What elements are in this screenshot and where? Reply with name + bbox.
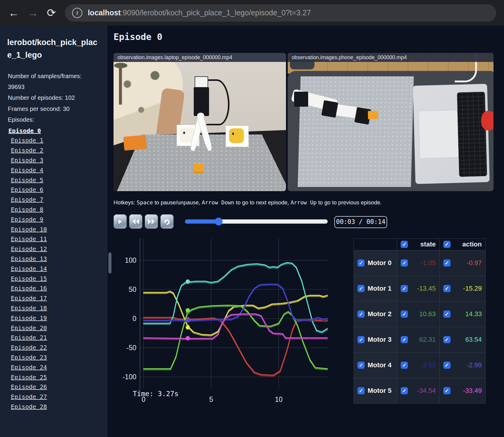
fast-forward-button[interactable] [145,214,158,229]
sidebar-episode-link[interactable]: Episode 5 [11,175,107,185]
sidebar-episode-link[interactable]: Episode 7 [11,195,107,205]
motor-action-checkbox[interactable] [443,310,451,318]
sidebar-episode-link[interactable]: Episode 22 [11,343,107,353]
robot-motor-top [195,76,208,88]
motor-state-value: -13.45 [408,285,436,292]
sidebar-episode-link[interactable]: Episode 23 [11,353,107,362]
seek-slider-fill [185,219,219,224]
motor-action-checkbox[interactable] [443,387,451,394]
motor-state-cell: 10.63 [397,301,439,327]
motor-action-value: 14.33 [451,310,482,318]
url-host: localhost [88,8,121,17]
robot-joint-1 [294,92,308,107]
state-column-checkbox[interactable] [401,241,408,248]
video-title-laptop: observation.images.laptop_episode_000000… [114,53,286,62]
stat-episodes: Number of episodes: 102 [8,92,100,103]
sidebar-episode-link[interactable]: Episode 26 [11,382,107,392]
back-button[interactable]: ← [8,8,19,18]
sidebar-episode-link[interactable]: Episode 4 [11,165,107,175]
sidebar-episode-link[interactable]: Episode 11 [11,234,107,244]
motor-action-cell: -15.29 [439,276,485,301]
play-button[interactable] [114,214,127,229]
sidebar-episode-link[interactable]: Episode 2 [11,145,107,155]
rewind-button[interactable] [129,214,142,229]
motor-label: Motor 3 [368,336,391,344]
sidebar-episode-link[interactable]: Episode 1 [11,136,107,145]
motor-state-cell: -1.05 [397,250,439,276]
motor-table-row: Motor 5-34.54-33.49 [354,378,485,403]
motor-state-checkbox[interactable] [401,259,408,267]
sidebar-episode-link[interactable]: Episode 17 [11,293,107,303]
sidebar-episode-link[interactable]: Episode 16 [11,283,107,293]
state-column-label: state [408,240,436,248]
address-bar[interactable]: i localhost:9090/lerobot/koch_pick_place… [65,4,496,22]
seek-slider[interactable] [185,219,328,224]
motor-action-value: -2.99 [451,361,482,369]
sidebar-episode-link[interactable]: Episode 13 [11,254,107,264]
motor-action-checkbox[interactable] [443,259,451,267]
motor-table-row: Motor 4-3.52-2.99 [354,352,485,378]
hotkeys-prefix: Hotkeys: [114,199,137,206]
sidebar-episode-link[interactable]: Episode 14 [11,264,107,274]
motor-checkbox[interactable] [357,310,365,318]
page-title: Episode 0 [114,32,162,42]
seek-slider-thumb[interactable] [215,218,223,225]
video-phone[interactable]: observation.images.phone_episode_000000.… [288,53,493,191]
site-info-icon[interactable]: i [72,8,82,18]
motor-state-checkbox[interactable] [401,285,408,292]
main-content: Episode 0 observation.images.laptop_epis… [107,26,504,437]
reload-button[interactable]: ⟳ [47,8,56,18]
sidebar-episode-link[interactable]: Episode 15 [11,274,107,284]
video-laptop[interactable]: observation.images.laptop_episode_000000… [114,53,286,191]
motor-state-checkbox[interactable] [401,387,408,394]
motor-label-cell: Motor 3 [354,327,397,352]
hugging-face-icon [229,128,244,143]
motor-checkbox[interactable] [357,336,365,343]
forward-button[interactable]: → [28,8,38,18]
sidebar-episode-link[interactable]: Episode 21 [11,333,107,343]
sidebar-episode-link[interactable]: Episode 25 [11,372,107,382]
sidebar-episode-link[interactable]: Episode 28 [11,402,107,412]
motor-label: Motor 5 [368,387,391,395]
sidebar-episode-link[interactable]: Episode 0 [8,126,107,136]
motor-checkbox[interactable] [357,285,365,292]
sidebar-episode-link[interactable]: Episode 24 [11,362,107,372]
motor-checkbox[interactable] [357,259,365,267]
loop-button[interactable] [160,214,174,229]
motor-state-cell: -34.54 [397,378,439,403]
motor-action-checkbox[interactable] [443,285,451,292]
laptop-trackpad [419,110,459,158]
sidebar-episode-link[interactable]: Episode 9 [11,215,107,225]
motor-action-value: -15.29 [451,285,482,292]
sidebar-episode-link[interactable]: Episode 8 [11,205,107,215]
lego-baseplate-top [298,76,414,187]
dataset-title: lerobot/koch_pick_place_1_lego [7,36,100,62]
motor-label: Motor 0 [368,259,391,267]
motor-state-checkbox[interactable] [401,310,408,318]
sidebar-episode-link[interactable]: Episode 12 [11,244,107,254]
motor-action-value: -33.49 [451,387,482,395]
motor-checkbox[interactable] [357,362,365,369]
scrollbar-thumb[interactable] [108,252,111,274]
motor-state-checkbox[interactable] [401,336,408,343]
sidebar-episode-link[interactable]: Episode 3 [11,155,107,165]
palm-print [119,65,122,105]
motor-chart[interactable]: 100500-50-1000510 [114,236,331,406]
motor-state-checkbox[interactable] [401,362,408,369]
robot-arm [190,76,214,148]
sidebar-episode-link[interactable]: Episode 19 [11,313,107,323]
key-arrow-down: Arrow Down [202,199,234,206]
sidebar-episode-link[interactable]: Episode 6 [11,185,107,195]
motor-action-checkbox[interactable] [443,336,451,343]
motor-action-checkbox[interactable] [443,362,451,369]
action-column-checkbox[interactable] [443,241,451,248]
motor-checkbox[interactable] [357,387,365,394]
motor-label-cell: Motor 5 [354,378,397,403]
motor-table-row: Motor 210.6314.33 [354,301,485,327]
sidebar-episode-link[interactable]: Episode 20 [11,323,107,333]
motor-state-value: 62.31 [408,336,436,344]
sidebar-episode-link[interactable]: Episode 27 [11,392,107,402]
sidebar-episode-link[interactable]: Episode 18 [11,303,107,313]
sidebar-episode-link[interactable]: Episode 10 [11,225,107,234]
laptop-keyboard [457,92,487,177]
